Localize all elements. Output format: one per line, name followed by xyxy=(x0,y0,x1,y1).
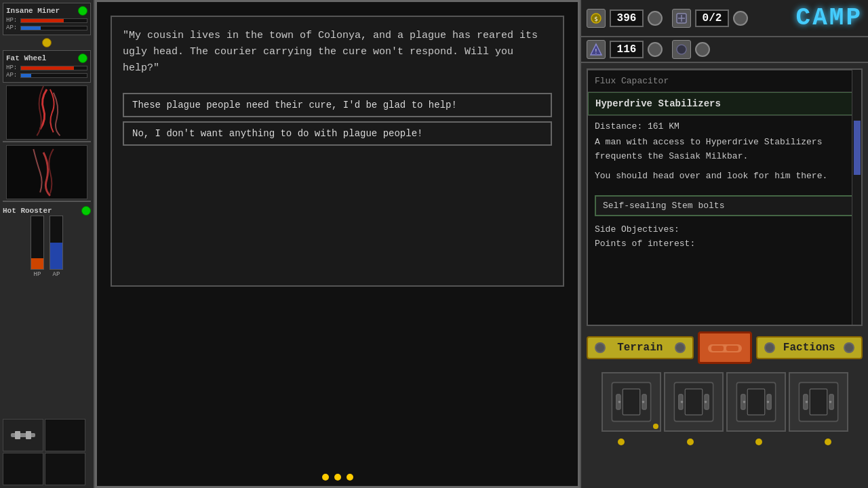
svg-rect-43 xyxy=(810,389,827,415)
hp-label-1: HP: xyxy=(6,17,18,24)
inv-slot-3[interactable] xyxy=(3,453,43,485)
inv-tile-2[interactable] xyxy=(664,372,724,432)
ap-bar-vertical: AP xyxy=(50,216,63,278)
factions-nav-label: Factions xyxy=(778,342,842,354)
resource2-value: 0/2 xyxy=(695,9,729,27)
dialog-choice-2[interactable]: No, I don't want anything to do with pla… xyxy=(123,121,552,146)
side-objectives-label: Side Objectives: xyxy=(595,224,854,235)
quest-item-hyperdrive[interactable]: Hyperdrive Stabilizers xyxy=(588,92,861,115)
quest-scroll-thumb[interactable] xyxy=(854,121,861,175)
quest-distance: Distance: 161 KM xyxy=(595,121,854,131)
bottom-inventory-slots xyxy=(0,416,95,488)
svg-rect-35 xyxy=(766,401,768,403)
portrait-fat-wheel xyxy=(6,85,87,140)
char-name-2: Fat Wheel xyxy=(6,54,46,62)
status-dot-2 xyxy=(78,54,87,63)
svg-rect-21 xyxy=(642,401,644,403)
active-center-button[interactable] xyxy=(698,331,752,364)
hud-row-1: $ 396 0/2 CAMP xyxy=(581,0,868,37)
divider-1 xyxy=(3,141,91,142)
quest-extra-item[interactable]: Self-sealing Stem bolts xyxy=(595,195,854,216)
dot-3 xyxy=(347,474,353,481)
svg-text:$: $ xyxy=(594,16,597,22)
yellow-dot-1 xyxy=(42,38,52,47)
bottom-inventory xyxy=(581,368,868,436)
portrait-section-2 xyxy=(6,145,87,199)
svg-point-12 xyxy=(677,45,686,54)
char-name-3: Hot Rooster xyxy=(3,207,52,215)
ap-bar-value xyxy=(50,243,62,269)
hp-bar-fill-1 xyxy=(21,19,64,22)
hud-row-2: ! 116 xyxy=(581,37,868,63)
tile-dot-3 xyxy=(755,439,762,445)
resource3-value: 116 xyxy=(610,41,644,58)
svg-rect-0 xyxy=(7,86,87,139)
ap-bar-fill-1 xyxy=(21,26,41,30)
right-panel: $ 396 0/2 CAMP ! 116 xyxy=(580,0,868,488)
factions-nav-dot-left xyxy=(764,342,775,353)
terrain-nav-button[interactable]: Terrain xyxy=(587,336,694,359)
quest-text1: A man with access to Hyperdrive Stabiliz… xyxy=(595,136,854,164)
dialog-choice-1[interactable]: These plague people need their cure, I'd… xyxy=(123,93,552,117)
status-dot-1 xyxy=(78,6,87,16)
inv-slot-2[interactable] xyxy=(45,419,85,451)
dialog-box: "My cousin lives in the town of Colonya,… xyxy=(111,16,564,287)
ap-bar-bg-2 xyxy=(20,73,87,78)
dot-1 xyxy=(322,474,329,481)
svg-rect-42 xyxy=(829,401,831,403)
svg-rect-14 xyxy=(711,346,724,351)
hp-bar-bg-2 xyxy=(20,66,87,70)
svg-rect-29 xyxy=(685,389,702,415)
hp-bar-label: HP xyxy=(34,271,41,278)
char-name-1: Insane Miner xyxy=(6,7,60,15)
ap-bar-bg-1 xyxy=(20,26,87,30)
bottom-dots xyxy=(322,474,353,481)
status-dot-3 xyxy=(81,206,91,216)
quest-description-block: Distance: 161 KM A man with access to Hy… xyxy=(588,115,861,192)
factions-nav-button[interactable]: Factions xyxy=(756,336,863,359)
tile-dot-1 xyxy=(618,439,625,445)
terrain-nav-label: Terrain xyxy=(608,342,672,354)
hp-bar-vertical: HP xyxy=(31,216,44,278)
svg-rect-28 xyxy=(704,401,706,403)
svg-rect-2 xyxy=(11,433,35,437)
left-panel: Insane Miner HP: AP: Fat Wheel HP: xyxy=(0,0,95,488)
terrain-nav-dot-left xyxy=(595,342,606,353)
character-card-fat-wheel: Fat Wheel HP: AP: xyxy=(3,50,91,83)
svg-rect-4 xyxy=(26,431,31,439)
inv-tile-1[interactable] xyxy=(601,372,661,432)
inv-slot-1[interactable] xyxy=(3,419,43,451)
npc-dialog-text: "My cousin lives in the town of Colonya,… xyxy=(123,28,552,77)
resource4-icon xyxy=(672,40,691,59)
svg-rect-20 xyxy=(618,401,620,403)
quest-scrollbar[interactable] xyxy=(852,70,861,325)
quest-item-flux[interactable]: Flux Capacitor xyxy=(588,70,861,92)
inv-slot-4[interactable] xyxy=(45,453,85,485)
quest-panel: Flux Capacitor Hyperdrive Stabilizers Di… xyxy=(587,68,863,326)
inv-tile-dot-1 xyxy=(653,424,658,429)
camp-title: CAMP xyxy=(796,4,863,32)
quest-selected-title: Hyperdrive Stabilizers xyxy=(595,98,721,109)
main-dialog-area: "My cousin lives in the town of Colonya,… xyxy=(95,0,580,488)
inv-tile-3[interactable] xyxy=(726,372,786,432)
resource2-circle xyxy=(733,11,748,26)
character-card-insane-miner: Insane Miner HP: AP: xyxy=(3,3,91,35)
resource1-icon: $ xyxy=(587,9,606,28)
inv-tile-4[interactable] xyxy=(789,372,848,432)
quest-text2: You should head over and look for him th… xyxy=(595,169,854,184)
hp-bar-track xyxy=(31,216,44,270)
divider-2 xyxy=(3,201,91,202)
hp-label-2: HP: xyxy=(6,64,18,71)
svg-rect-41 xyxy=(805,401,807,403)
resource1-value: 396 xyxy=(610,9,644,27)
nav-buttons-row: Terrain Factions xyxy=(587,331,863,364)
ap-bar-label: AP xyxy=(53,271,60,278)
resource3-icon: ! xyxy=(587,40,606,59)
resource2-icon xyxy=(672,9,691,28)
terrain-nav-dot-right xyxy=(675,342,686,353)
tile-dot-4 xyxy=(825,439,831,445)
quest-side-objectives: Side Objectives: Points of interest: xyxy=(588,219,861,251)
factions-nav-dot-right xyxy=(844,342,854,353)
hp-bar-fill-2 xyxy=(21,66,74,70)
hp-bar-value xyxy=(31,258,43,269)
